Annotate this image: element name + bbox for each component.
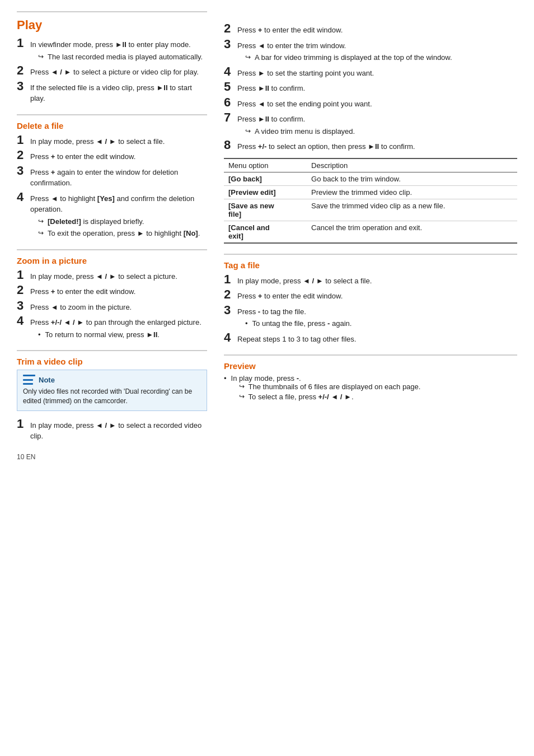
note-box: Note Only video files not recorded with … [17,370,207,411]
step-text: Press ►II to confirm. ↪A video trim menu… [237,111,355,137]
step-text: Press ► to set the starting point you wa… [237,66,374,79]
step-num: 1 [17,269,27,281]
step-text: Press ◄ to enter the trim window. ↪A bar… [237,38,452,63]
step-text: Press +/-/ ◄ / ► to pan through the enla… [30,315,202,340]
step-num: 7 [224,111,234,124]
trim-step-7: 7 Press ►II to confirm. ↪A video trim me… [224,111,517,137]
step-text: Press + to enter the edit window. [237,288,343,302]
preview-sub-1: ↪The thumbnails of 6 files are displayed… [239,382,421,391]
step-num: 2 [17,149,27,161]
zoom-step-3: 3 Press ◄ to zoom in the picture. [17,300,207,313]
preview-bullet-1: • In play mode, press -. ↪The thumbnails… [224,374,517,403]
table-cell-desc: Save the trimmed video clip as a new fil… [307,199,517,221]
note-header: Note [23,375,201,385]
step-text: Press + again to enter the window for de… [30,165,207,189]
step-num: 4 [17,191,27,203]
table-cell-option: [Save as newfile] [224,199,307,221]
table-row: [Go back] Go back to the trim window. [224,172,517,185]
step-num: 1 [17,134,27,146]
step-text: Press ►II to confirm. [237,81,305,94]
step-num: 3 [17,165,27,177]
tag-steps-list: 1 In play mode, press ◄ / ► to select a … [224,273,517,345]
table-row: [Save as newfile] Save the trimmed video… [224,199,517,221]
tag-step-4: 4 Repeat steps 1 to 3 to tag other files… [224,332,517,345]
zoom-step-1: 1 In play mode, press ◄ / ► to select a … [17,269,207,282]
trim-step-6: 6 Press ◄ to set the ending point you wa… [224,96,517,110]
table-cell-option: [Preview edit] [224,185,307,199]
preview-sub-2: ↪To select a file, press +/-/ ◄ / ►. [239,393,421,401]
table-cell-desc: Go back to the trim window. [307,172,517,185]
step-num: 1 [17,37,27,49]
step-num: 5 [224,81,234,93]
trim-step-5: 5 Press ►II to confirm. [224,81,517,94]
table-cell-option: [Cancel andexit] [224,221,307,243]
step-num: 3 [17,80,27,92]
play-steps-list: 1 In viewfinder mode, press ►II to enter… [17,37,207,104]
table-header-option: Menu option [224,158,307,172]
table-cell-desc: Preview the trimmed video clip. [307,185,517,199]
table-row: [Cancel andexit] Cancel the trim operati… [224,221,517,243]
step-num: 1 [17,418,27,430]
step-text: Press ◄ / ► to select a picture or video… [30,64,199,78]
step-num: 2 [17,64,27,77]
note-label: Note [39,376,55,384]
step-text: Press + to enter the edit window. [30,149,135,162]
step-num: 1 [224,273,234,286]
step-text: Press ◄ to set the ending point you want… [237,96,372,110]
step-text: Press +/- to select an option, then pres… [237,139,415,152]
step-num: 8 [224,139,234,151]
table-row: [Preview edit] Preview the trimmed video… [224,185,517,199]
tag-step-2: 2 Press + to enter the edit window. [224,288,517,302]
step-text: If the selected file is a video clip, pr… [30,80,207,104]
step-num: 2 [224,22,234,35]
trim-menu-table: Menu option Description [Go back] Go bac… [224,158,517,244]
trim-step-4: 4 Press ► to set the starting point you … [224,66,517,79]
zoom-step-4: 4 Press +/-/ ◄ / ► to pan through the en… [17,315,207,340]
trim-steps-cont-list: 2 Press + to enter the edit window. 3 Pr… [224,22,517,152]
table-header-desc: Description [307,158,517,172]
trim-step-3: 3 Press ◄ to enter the trim window. ↪A b… [224,38,517,63]
zoom-steps-list: 1 In play mode, press ◄ / ► to select a … [17,269,207,340]
step-text: Press + to enter the edit window. [30,284,135,297]
delete-steps-list: 1 In play mode, press ◄ / ► to select a … [17,134,207,239]
step-text: Repeat steps 1 to 3 to tag other files. [237,332,356,345]
tag-step-3: 3 Press - to tag the file. •To untag the… [224,304,517,329]
delete-step-4: 4 Press ◄ to highlight [Yes] and confirm… [17,191,207,239]
zoom-step-2: 2 Press + to enter the edit window. [17,284,207,297]
trim-step-1: 1 In play mode, press ◄ / ► to select a … [17,418,207,442]
step-text: In viewfinder mode, press ►II to enter p… [30,37,203,62]
step-text: Press ◄ to highlight [Yes] and confirm t… [30,191,207,239]
play-step-3: 3 If the selected file is a video clip, … [17,80,207,104]
tag-title: Tag a file [224,260,517,270]
step-text: In play mode, press ◄ / ► to select a re… [30,418,207,442]
note-text: Only video files not recorded with 'Dual… [23,387,201,406]
table-cell-option: [Go back] [224,172,307,185]
play-step-1: 1 In viewfinder mode, press ►II to enter… [17,37,207,62]
preview-title: Preview [224,361,517,371]
play-step-2: 2 Press ◄ / ► to select a picture or vid… [17,64,207,78]
step-text: In play mode, press ◄ / ► to select a pi… [30,269,177,282]
trim-title: Trim a video clip [17,357,207,366]
zoom-title: Zoom in a picture [17,256,207,265]
step-text: Press - to tag the file. •To untag the f… [237,304,352,329]
step-num: 4 [17,315,27,327]
play-title: Play [17,18,207,32]
note-icon [23,375,35,385]
step-num: 4 [224,332,234,344]
step-num: 2 [17,284,27,296]
tag-step-1: 1 In play mode, press ◄ / ► to select a … [224,273,517,287]
step-text: In play mode, press ◄ / ► to select a fi… [237,273,372,287]
delete-step-2: 2 Press + to enter the edit window. [17,149,207,162]
trim-step-8: 8 Press +/- to select an option, then pr… [224,139,517,152]
step-num: 4 [224,66,234,78]
step-num: 3 [224,38,234,50]
table-cell-desc: Cancel the trim operation and exit. [307,221,517,243]
step-num: 6 [224,96,234,109]
step-num: 3 [17,300,27,312]
delete-step-3: 3 Press + again to enter the window for … [17,165,207,189]
step-text: Press ◄ to zoom in the picture. [30,300,132,313]
delete-title: Delete a file [17,121,207,130]
step-num: 3 [224,304,234,316]
trim-step-2: 2 Press + to enter the edit window. [224,22,517,36]
delete-step-1: 1 In play mode, press ◄ / ► to select a … [17,134,207,147]
